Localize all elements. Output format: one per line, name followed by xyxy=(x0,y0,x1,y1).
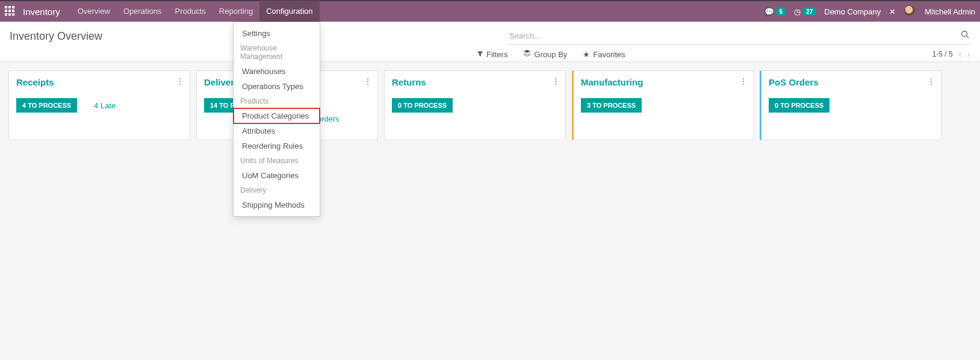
late-link[interactable]: 4 Late xyxy=(94,101,116,110)
favorites-button[interactable]: ★ Favorites xyxy=(583,49,625,59)
pager: 1-5 / 5 ‹ › xyxy=(932,49,970,59)
dd-product-categories[interactable]: Product Categories xyxy=(234,108,320,123)
dd-uom-categories[interactable]: UoM Categories xyxy=(234,168,320,183)
groupby-label: Group By xyxy=(534,50,567,59)
nav-configuration[interactable]: Configuration xyxy=(259,1,319,22)
search-wrapper xyxy=(507,28,970,45)
main-navbar: Inventory Overview Operations Products R… xyxy=(0,0,980,22)
dd-shipping-methods[interactable]: Shipping Methods xyxy=(234,197,320,213)
nav-overview[interactable]: Overview xyxy=(71,1,117,22)
card-menu-icon[interactable]: ⋮ xyxy=(739,77,747,85)
star-icon: ★ xyxy=(583,50,590,59)
process-button[interactable]: 0 TO PROCESS xyxy=(769,98,830,113)
app-brand[interactable]: Inventory xyxy=(23,7,60,17)
kanban-card-receipts[interactable]: Receipts ⋮ 4 TO PROCESS 4 Late xyxy=(8,70,190,140)
groupby-button[interactable]: Group By xyxy=(523,49,567,59)
card-menu-icon[interactable]: ⋮ xyxy=(364,77,371,85)
kanban-card-returns[interactable]: Returns ⋮ 0 TO PROCESS xyxy=(384,70,566,140)
nav-operations[interactable]: Operations xyxy=(117,1,169,22)
orders-link[interactable]: orders xyxy=(317,114,340,123)
dd-header-products: Products xyxy=(234,94,320,108)
card-menu-icon[interactable]: ⋮ xyxy=(551,77,559,85)
page-title: Inventory Overview xyxy=(10,30,102,43)
nav-reporting[interactable]: Reporting xyxy=(212,1,259,22)
favorites-label: Favorites xyxy=(593,50,625,59)
search-toolbar: Filters Group By ★ Favorites xyxy=(477,49,625,59)
card-title: Manufacturing xyxy=(581,77,746,87)
dd-reordering-rules[interactable]: Reordering Rules xyxy=(234,138,320,154)
funnel-icon xyxy=(477,50,483,59)
card-title: PoS Orders xyxy=(769,77,934,87)
svg-point-0 xyxy=(962,31,967,37)
pager-next[interactable]: › xyxy=(967,49,970,59)
search-input[interactable] xyxy=(507,28,970,45)
user-avatar[interactable] xyxy=(904,5,916,17)
navbar-right: 💬 5 ◷ 27 Demo Company ✕ Mitchell Admin xyxy=(764,5,975,17)
search-icon[interactable] xyxy=(961,30,969,40)
process-button[interactable]: 0 TO PROCESS xyxy=(392,98,453,113)
chat-icon: 💬 xyxy=(764,7,774,16)
pager-prev[interactable]: ‹ xyxy=(959,49,962,59)
dd-warehouses[interactable]: Warehouses xyxy=(234,64,320,79)
nav-products[interactable]: Products xyxy=(168,1,212,22)
kanban-card-pos[interactable]: PoS Orders ⋮ 0 TO PROCESS xyxy=(760,70,941,140)
pager-range: 1-5 / 5 xyxy=(932,50,953,58)
filters-label: Filters xyxy=(486,50,507,59)
clock-icon: ◷ xyxy=(794,7,801,16)
activity-indicator[interactable]: ◷ 27 xyxy=(794,7,816,16)
dd-header-uom: Units of Measures xyxy=(234,154,320,168)
dd-operations-types[interactable]: Operations Types xyxy=(234,79,320,94)
kanban-card-manufacturing[interactable]: Manufacturing ⋮ 3 TO PROCESS xyxy=(572,70,754,140)
nav-menu: Overview Operations Products Reporting C… xyxy=(71,1,320,22)
kanban-view: Receipts ⋮ 4 TO PROCESS 4 Late Delivery … xyxy=(0,62,980,149)
dd-header-delivery: Delivery xyxy=(234,183,320,197)
apps-icon[interactable] xyxy=(5,6,16,17)
control-panel: Inventory Overview Filters Group By xyxy=(0,22,980,62)
user-name[interactable]: Mitchell Admin xyxy=(925,7,975,16)
process-button[interactable]: 3 TO PROCESS xyxy=(581,98,642,113)
svg-line-1 xyxy=(967,36,969,39)
card-title: Receipts xyxy=(16,77,182,87)
configuration-dropdown: Settings Warehouse Management Warehouses… xyxy=(233,22,320,217)
debug-icon[interactable]: ✕ xyxy=(889,7,896,16)
filters-button[interactable]: Filters xyxy=(477,49,507,59)
card-menu-icon[interactable]: ⋮ xyxy=(927,77,935,85)
card-menu-icon[interactable]: ⋮ xyxy=(176,77,184,85)
discuss-badge: 5 xyxy=(777,8,786,16)
company-selector[interactable]: Demo Company xyxy=(824,7,881,16)
discuss-indicator[interactable]: 💬 5 xyxy=(764,7,786,16)
activity-badge: 27 xyxy=(803,8,816,16)
layers-icon xyxy=(523,49,531,59)
process-button[interactable]: 4 TO PROCESS xyxy=(16,98,77,113)
card-title: Returns xyxy=(392,77,558,87)
dd-attributes[interactable]: Attributes xyxy=(234,123,320,138)
dd-header-warehouse: Warehouse Management xyxy=(234,41,320,64)
dd-settings[interactable]: Settings xyxy=(234,26,320,41)
